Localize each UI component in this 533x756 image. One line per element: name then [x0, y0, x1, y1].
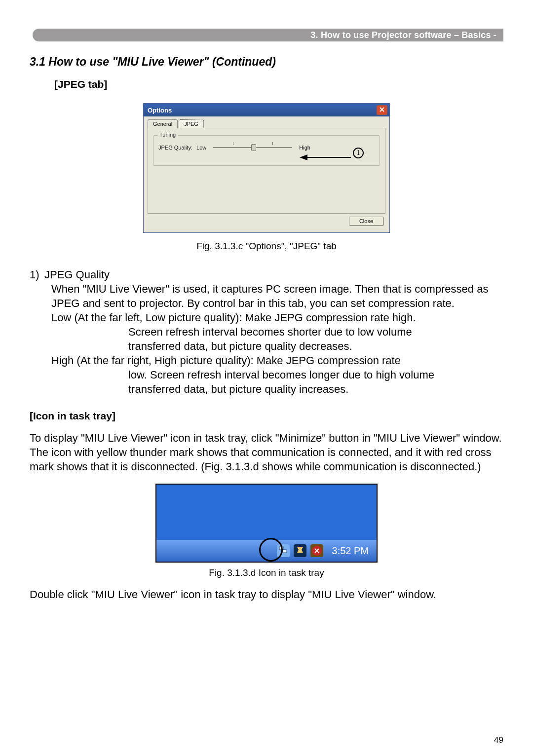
- close-icon: [379, 106, 385, 114]
- task-tray-paragraph: To display "MIU Live Viewer" icon in tas…: [30, 431, 503, 474]
- task-tray-screenshot: 3:52 PM: [155, 484, 378, 563]
- tray-icon-disconnected[interactable]: [310, 544, 323, 557]
- final-paragraph: Double click "MIU Live Viewer" icon in t…: [30, 587, 503, 602]
- dialog-titlebar: Options: [144, 104, 389, 116]
- slider-thumb[interactable]: [251, 144, 256, 151]
- item-1-title: JPEG Quality: [44, 267, 110, 282]
- item-1-paragraph: When "MIU Live Viewer" is used, it captu…: [51, 282, 503, 310]
- dialog-close-button[interactable]: [377, 105, 387, 115]
- item-1-low-cont1: Screen refresh interval becomes shorter …: [128, 325, 503, 339]
- tab-jpeg[interactable]: JPEG: [179, 119, 204, 128]
- options-dialog: Options General JPEG Tuning JPEG Qua: [143, 103, 390, 233]
- task-tray-heading: [Icon in task tray]: [30, 410, 503, 422]
- item-1-high-line: High (At the far right, High picture qua…: [51, 353, 503, 368]
- figure-1-caption: Fig. 3.1.3.c "Options", "JPEG" tab: [30, 241, 503, 252]
- dialog-title: Options: [148, 107, 172, 114]
- tabs-row: General JPEG: [148, 119, 385, 128]
- quality-low-label: Low: [196, 145, 206, 151]
- callout-arrow: [302, 153, 351, 162]
- jpeg-quality-row: JPEG Quality: Low High: [158, 145, 375, 151]
- chapter-header-bar: 3. How to use Projector software – Basic…: [33, 29, 503, 41]
- dialog-footer: Close: [148, 214, 385, 228]
- chapter-header-text: 3. How to use Projector software – Basic…: [310, 30, 496, 40]
- close-button[interactable]: Close: [349, 217, 383, 226]
- quality-high-label: High: [299, 145, 310, 151]
- section-title: 3.1 How to use "MIU Live Viewer" (Contin…: [30, 55, 503, 69]
- page-number: 49: [494, 735, 503, 745]
- jpeg-tab-heading: [JPEG tab]: [54, 78, 503, 90]
- jpeg-quality-label: JPEG Quality:: [158, 145, 192, 151]
- slider-tick: [233, 142, 233, 145]
- taskbar-clock: 3:52 PM: [327, 545, 374, 557]
- item-1-high-cont1: low. Screen refresh interval becomes lon…: [128, 368, 503, 382]
- item-1-high-cont2: transferred data, but picture quality in…: [128, 382, 503, 396]
- tuning-fieldset: Tuning JPEG Quality: Low High: [153, 135, 380, 166]
- tab-panel: Tuning JPEG Quality: Low High: [148, 128, 385, 214]
- callout-digit: 1: [357, 149, 360, 157]
- item-1-block: 1) JPEG Quality When "MIU Live Viewer" i…: [30, 267, 503, 396]
- figure-2-caption: Fig. 3.1.3.d Icon in task tray: [30, 567, 503, 578]
- svg-rect-2: [283, 550, 287, 553]
- jpeg-quality-slider[interactable]: [213, 147, 292, 148]
- disconnected-icon: [312, 546, 322, 556]
- item-1-low-line: Low (At the far left, Low picture qualit…: [51, 310, 503, 325]
- figure-task-tray: 3:52 PM: [30, 484, 503, 563]
- page: 3. How to use Projector software – Basic…: [0, 0, 533, 756]
- live-viewer-icon: [296, 545, 305, 556]
- item-1-low-cont2: transferred data, but picture quality de…: [128, 339, 503, 353]
- figure-options-dialog: Options General JPEG Tuning JPEG Qua: [30, 103, 503, 233]
- tab-general[interactable]: General: [148, 119, 178, 128]
- item-1-number: 1): [30, 267, 44, 282]
- fieldset-legend: Tuning: [157, 132, 178, 138]
- callout-number-1: 1: [353, 148, 364, 158]
- tray-icon-miu-live-viewer[interactable]: [294, 544, 306, 557]
- slider-tick: [272, 142, 273, 145]
- dialog-body: General JPEG Tuning JPEG Quality: Low: [144, 116, 389, 232]
